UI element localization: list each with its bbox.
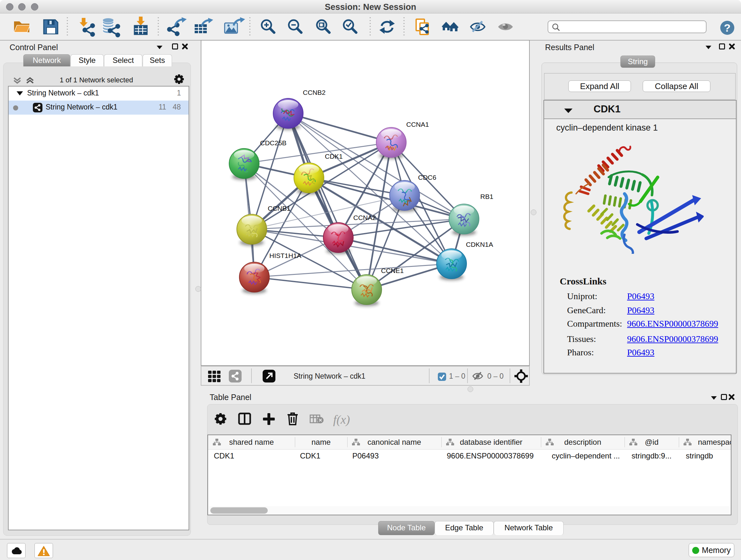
svg-text:RB1: RB1 [480,193,493,200]
svg-text:CDC6: CDC6 [418,174,436,181]
svg-text:CCNE1: CCNE1 [381,267,404,274]
svg-text:CCNB2: CCNB2 [303,89,326,96]
svg-text:CDK1: CDK1 [325,152,343,160]
svg-text:CDKN1A: CDKN1A [466,241,493,248]
svg-text:CCNA2: CCNA2 [353,214,376,221]
svg-text:CCNB1: CCNB1 [268,205,290,212]
svg-text:HIST1H1A: HIST1H1A [269,252,301,259]
svg-text:CDC25B: CDC25B [260,139,286,146]
svg-text:CCNA1: CCNA1 [406,121,429,128]
